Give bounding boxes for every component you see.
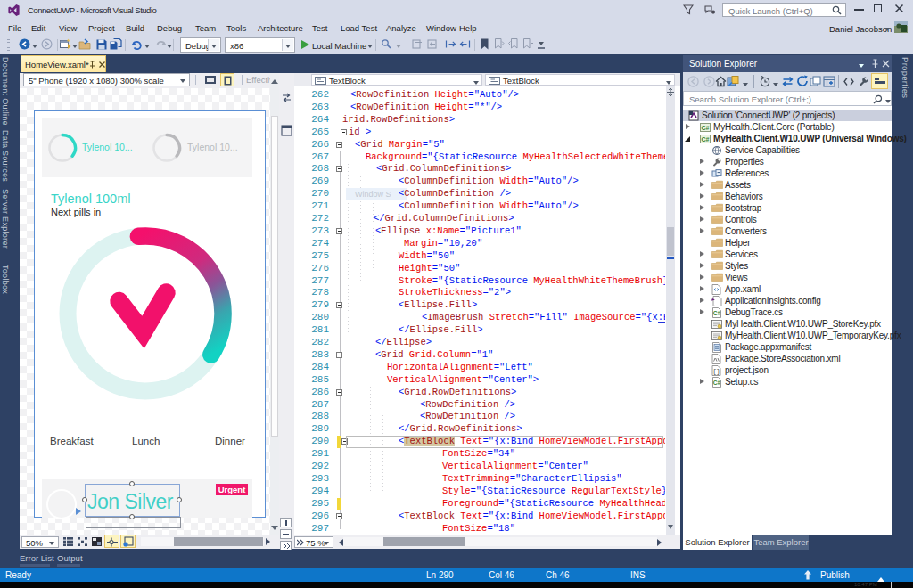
svg-text:{}: {} xyxy=(712,368,720,375)
svg-text:C#: C# xyxy=(713,380,721,386)
svg-text:C#: C# xyxy=(713,310,721,316)
svg-text:C#: C# xyxy=(702,135,710,142)
svg-text:C#: C# xyxy=(702,124,710,130)
